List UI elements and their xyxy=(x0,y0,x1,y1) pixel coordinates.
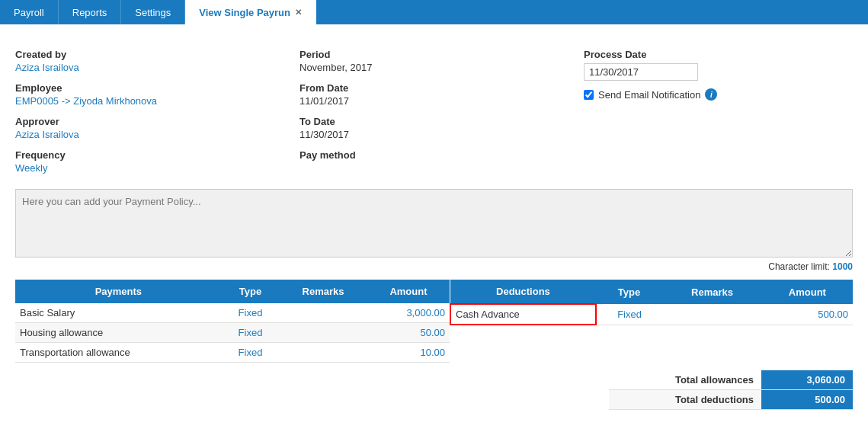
char-limit-label: Character limit: xyxy=(768,261,830,272)
payment-name: Basic Salary xyxy=(15,303,222,323)
table-row: Housing allowance Fixed 50.00 xyxy=(15,323,450,343)
approver-label: Approver xyxy=(15,116,284,127)
main-content: Created by Aziza Israilova Employee EMP0… xyxy=(0,24,868,418)
tab-view-single-payrun[interactable]: View Single Payrun ✕ xyxy=(185,0,316,24)
col-left: Created by Aziza Israilova Employee EMP0… xyxy=(15,40,284,174)
send-email-checkbox[interactable] xyxy=(584,90,594,100)
total-deductions-label: Total deductions xyxy=(609,390,761,410)
payment-remarks xyxy=(279,303,367,323)
amount-col-header: Amount xyxy=(367,280,450,303)
table-row: Cash Advance Fixed 500.00 xyxy=(450,304,853,325)
col-right: Process Date Send Email Notification i xyxy=(584,40,853,174)
deductions-table-container: Deductions Type Remarks Amount Cash Adva… xyxy=(450,280,853,363)
payment-type: Fixed xyxy=(222,343,280,363)
period-value: November, 2017 xyxy=(299,62,569,73)
total-allowances-row: Total allowances 3,060.00 xyxy=(609,370,853,390)
total-deductions-row: Total deductions 500.00 xyxy=(609,390,853,410)
total-deductions-value: 500.00 xyxy=(761,390,853,410)
frequency-value: Weekly xyxy=(15,162,284,174)
totals-table: Total allowances 3,060.00 Total deductio… xyxy=(609,370,853,410)
payment-amount: 50.00 xyxy=(367,323,450,343)
payment-amount: 3,000.00 xyxy=(367,303,450,323)
payment-type: Fixed xyxy=(222,323,280,343)
payment-name: Transportation allowance xyxy=(15,343,222,363)
char-limit-value: 1000 xyxy=(832,261,853,272)
payments-table-container: Payments Type Remarks Amount Basic Salar… xyxy=(15,280,450,363)
tab-settings[interactable]: Settings xyxy=(121,0,185,24)
employee-value: EMP0005 -> Ziyoda Mirkhonova xyxy=(15,95,284,107)
payment-remarks xyxy=(279,323,367,343)
type-col-header: Type xyxy=(222,280,280,303)
from-date-value: 11/01/2017 xyxy=(299,95,569,107)
top-navigation: Payroll Reports Settings View Single Pay… xyxy=(0,0,868,24)
payments-table: Payments Type Remarks Amount Basic Salar… xyxy=(15,280,450,363)
process-date-label: Process Date xyxy=(584,49,853,60)
table-row: Transportation allowance Fixed 10.00 xyxy=(15,343,450,363)
employee-label: Employee xyxy=(15,82,284,94)
pay-method-label: Pay method xyxy=(299,149,569,161)
payments-col-header: Payments xyxy=(15,280,222,303)
payment-remarks xyxy=(279,343,367,363)
send-email-label: Send Email Notification xyxy=(598,89,700,101)
payment-policy-textarea[interactable] xyxy=(15,189,853,258)
tables-section: Payments Type Remarks Amount Basic Salar… xyxy=(15,280,853,363)
total-allowances-label: Total allowances xyxy=(609,370,761,390)
total-allowances-value: 3,060.00 xyxy=(761,370,853,390)
deduction-amount-col-header: Amount xyxy=(762,280,853,304)
created-by-label: Created by xyxy=(15,49,284,60)
totals-section: Total allowances 3,060.00 Total deductio… xyxy=(15,370,853,410)
deduction-amount: 500.00 xyxy=(762,304,853,325)
to-date-value: 11/30/2017 xyxy=(299,129,569,140)
frequency-label: Frequency xyxy=(15,149,284,161)
from-date-label: From Date xyxy=(299,82,569,94)
col-middle: Period November, 2017 From Date 11/01/20… xyxy=(299,40,569,174)
char-limit-row: Character limit: 1000 xyxy=(15,261,853,272)
deduction-remarks-col-header: Remarks xyxy=(662,280,762,304)
deduction-type-col-header: Type xyxy=(596,280,662,304)
payment-amount: 10.00 xyxy=(367,343,450,363)
tab-reports[interactable]: Reports xyxy=(59,0,122,24)
info-grid: Created by Aziza Israilova Employee EMP0… xyxy=(15,40,853,174)
payment-name: Housing allowance xyxy=(15,323,222,343)
approver-value: Aziza Israilova xyxy=(15,129,284,140)
table-row: Basic Salary Fixed 3,000.00 xyxy=(15,303,450,323)
process-date-input[interactable] xyxy=(584,63,698,81)
remarks-col-header: Remarks xyxy=(279,280,367,303)
deduction-remarks xyxy=(662,304,762,325)
period-label: Period xyxy=(299,49,569,60)
info-icon[interactable]: i xyxy=(705,88,717,101)
deduction-type: Fixed xyxy=(596,304,662,325)
send-email-row: Send Email Notification i xyxy=(584,88,853,101)
payment-type: Fixed xyxy=(222,303,280,323)
deductions-col-header: Deductions xyxy=(450,280,596,304)
deduction-name: Cash Advance xyxy=(450,304,596,325)
tab-payroll[interactable]: Payroll xyxy=(0,0,59,24)
to-date-label: To Date xyxy=(299,116,569,127)
created-by-value: Aziza Israilova xyxy=(15,62,284,73)
deductions-table: Deductions Type Remarks Amount Cash Adva… xyxy=(450,280,853,325)
close-tab-icon[interactable]: ✕ xyxy=(295,8,302,18)
